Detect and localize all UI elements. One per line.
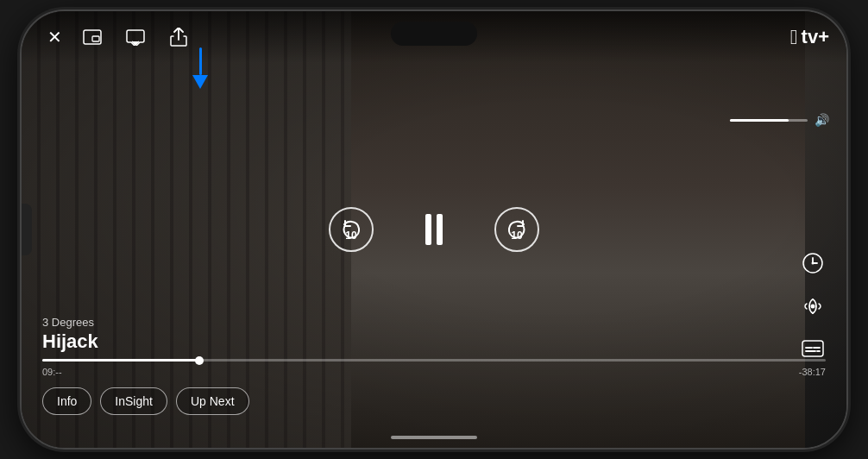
bottom-tabs: Info InSight Up Next: [42, 387, 249, 415]
right-controls: [796, 247, 829, 366]
time-row: 09:-- -38:17: [42, 367, 826, 377]
arrow-head: [192, 75, 208, 89]
pause-button[interactable]: [425, 214, 443, 245]
speed-button[interactable]: [796, 247, 829, 280]
pause-bar-right: [437, 214, 443, 245]
share-button[interactable]: [165, 23, 192, 51]
tab-up-next[interactable]: Up Next: [176, 387, 249, 415]
side-camera: [22, 204, 32, 255]
appletv-text: tv+: [802, 26, 829, 48]
top-icons: [79, 23, 192, 51]
apple-logo-icon: : [790, 25, 798, 49]
home-indicator: [391, 436, 477, 439]
volume-area: 🔊: [730, 113, 829, 128]
audio-button[interactable]: [796, 290, 829, 323]
progress-thumb[interactable]: [195, 356, 204, 365]
episode-label: 3 Degrees: [42, 316, 98, 329]
tab-insight[interactable]: InSight: [100, 387, 167, 415]
dynamic-island: [391, 22, 477, 46]
progress-area: 09:-- -38:17: [42, 359, 826, 377]
volume-slider[interactable]: [730, 119, 808, 122]
airplay-indicator-arrow: [192, 47, 208, 89]
progress-track[interactable]: [42, 359, 826, 362]
tab-info[interactable]: Info: [42, 387, 91, 415]
remaining-time: -38:17: [799, 367, 826, 377]
close-button[interactable]: ✕: [39, 22, 70, 53]
forward-button[interactable]: 10: [494, 207, 539, 252]
rewind-button[interactable]: 10: [329, 207, 374, 252]
volume-fill: [730, 119, 789, 122]
center-controls: 10 10: [329, 207, 539, 252]
svg-point-3: [812, 262, 815, 265]
appletv-logo:  tv+: [790, 25, 829, 49]
volume-icon: 🔊: [815, 113, 829, 128]
svg-rect-1: [92, 36, 99, 41]
svg-rect-5: [802, 341, 823, 356]
title-area: 3 Degrees Hijack: [42, 316, 98, 353]
airplay-button[interactable]: [122, 23, 149, 51]
svg-point-4: [811, 305, 815, 309]
pip-button[interactable]: [79, 23, 106, 51]
current-time: 09:--: [42, 367, 62, 377]
close-icon: ✕: [47, 27, 62, 47]
phone-frame: ✕: [20, 9, 848, 450]
pause-bar-left: [425, 214, 431, 245]
show-title: Hijack: [42, 330, 98, 353]
progress-fill: [42, 359, 199, 362]
arrow-shaft: [199, 47, 202, 75]
